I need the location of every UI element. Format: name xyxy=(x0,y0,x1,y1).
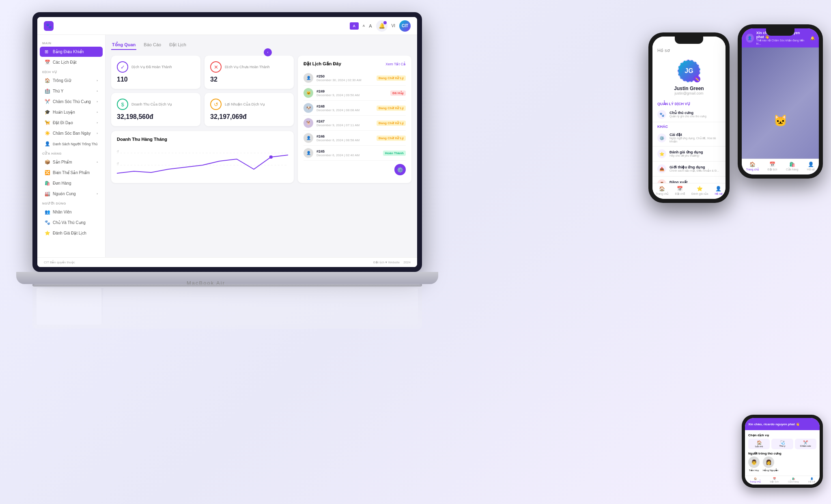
sidebar-item-dashboard[interactable]: ⊞ Bảng Điều Khiển xyxy=(40,47,103,57)
sidebar-item-staff-label: Nhân Viên xyxy=(53,210,72,214)
phone-right-frame: 👤 Xin chào, ricardo nguyen phat 👋 Thế nà… xyxy=(738,24,823,179)
sidebar-item-products-label: Sản Phẩm xyxy=(53,160,72,164)
sidebar-item-daycare[interactable]: ☀️ Chăm Sóc Ban Ngày › xyxy=(40,128,103,138)
booking-info-250: #250 December 30, 2024 | 02:30 AM xyxy=(316,74,373,82)
settings-icon: ⚙️ xyxy=(657,134,666,142)
booking-nav-icon: 📅 xyxy=(677,186,683,192)
stats-and-chart: ✓ Dịch Vụ Đã Hoàn Thành 110 ✕ Dị xyxy=(111,56,294,183)
notification-bell-right[interactable]: 🔔 xyxy=(810,36,815,40)
booking-item-248[interactable]: 🐶 #248 December 9, 2024 | 08:08 AM Đang … xyxy=(304,101,406,116)
phone-nav-rating[interactable]: ⭐ Đánh giá của xyxy=(691,186,708,196)
booking-right-nav-label: Đặt lịch xyxy=(768,168,777,171)
third-service-2[interactable]: 🩺Thú y xyxy=(771,439,793,449)
third-nav-booking[interactable]: 📅Đặt lịch xyxy=(770,477,779,483)
pet-owner-sub: Quản lý ghi chú cho thú cưng xyxy=(670,115,721,118)
third-service-3[interactable]: ✂️Chăm sóc xyxy=(795,439,816,449)
sidebar-item-walking[interactable]: 🦮 Đặt Đi Dạo › xyxy=(40,118,103,128)
svg-point-4 xyxy=(269,155,273,159)
sidebar-item-orders[interactable]: 🛍️ Đơn Hàng xyxy=(40,178,103,188)
booking-avatar-250: 👤 xyxy=(304,73,313,83)
sidebar-item-variants[interactable]: 🔀 Biến Thể Sản Phẩm xyxy=(40,168,103,178)
booking-date-247: December 9, 2024 | 07:11 AM xyxy=(316,123,373,127)
revenue-value: 32,198,560đ xyxy=(117,113,195,121)
settings-menu-item[interactable]: ⚙️ Cài đặt Ngôn ngữ ứng dụng, Chủ đề, Xó… xyxy=(652,130,726,146)
phone-right-nav-home[interactable]: 🏠 Trang chủ xyxy=(746,162,759,171)
phone-right-nav-booking[interactable]: 📅 Đặt lịch xyxy=(768,162,777,171)
tabs-row: Tổng Quan Báo Cáo Đặt Lịch xyxy=(111,41,411,50)
tab-overview[interactable]: Tổng Quan xyxy=(111,41,136,50)
sidebar-item-boarding[interactable]: 🏠 Trông Giữ › xyxy=(40,75,103,86)
phone-left-bottom-nav: 🏠 Trang chủ 📅 Đặt chỗ ⭐ Đánh giá của 👤 H… xyxy=(652,183,726,199)
font-size-active-button[interactable]: A xyxy=(350,22,359,30)
language-selector[interactable]: VI xyxy=(392,24,395,28)
appointments-icon: 📅 xyxy=(45,60,50,65)
booking-status-249: Đã Hủy xyxy=(390,90,406,96)
sidebar-item-owners[interactable]: 🐾 Chủ Và Thú Cưng xyxy=(40,218,103,228)
chevron-right-icon: › xyxy=(97,192,98,196)
home-right-nav-icon: 🏠 xyxy=(749,162,756,167)
profile-avatar-container: JG ✏️ xyxy=(657,60,721,82)
profit-icon-circle: ↺ xyxy=(210,99,222,110)
booking-nav-label: Đặt chỗ xyxy=(675,192,685,196)
phone-right-nav-shop[interactable]: 🛍️ Cửa hàng xyxy=(786,162,798,171)
sidebar-item-grooming[interactable]: ✂️ Chăm Sóc Thú Cưng › xyxy=(40,97,103,107)
booking-right-nav-icon: 📅 xyxy=(769,162,775,167)
orders-icon: 🛍️ xyxy=(45,181,50,186)
view-all-bookings-link[interactable]: Xem Tất Cả xyxy=(385,62,406,66)
logo-icon: 🐾 xyxy=(44,21,54,31)
sidebar-item-training[interactable]: 🎓 Huấn Luyện › xyxy=(40,107,103,117)
third-service-1[interactable]: 🏠Lưu trú xyxy=(748,439,770,449)
sidebar-item-appointments[interactable]: 📅 Các Lịch Đặt xyxy=(40,57,103,67)
third-nav-shop[interactable]: 🛍️Cửa hàng xyxy=(788,477,799,483)
notification-bell[interactable]: 🔔 xyxy=(376,20,388,32)
booking-avatar-246: 👤 xyxy=(304,133,313,143)
sidebar-item-reviews[interactable]: ⭐ Đánh Giá Đặt Lịch xyxy=(40,228,103,238)
rating-menu-item[interactable]: ⭐ Đánh giá ứng dụng Hãy cho sẽ yêu thươn… xyxy=(652,146,726,162)
third-sitters-label: Người trông thú cưng xyxy=(748,452,816,455)
booking-avatar-247: 🐕 xyxy=(304,118,313,128)
greeting-sub: Thế nào rồi Chăm Sóc khấe đang tiến tri.… xyxy=(756,39,808,45)
rating-sub: Hãy cho sẽ yêu thương! xyxy=(670,154,721,157)
sidebar-item-staff[interactable]: 👥 Nhân Viên xyxy=(40,207,103,217)
sidebar-item-sitter-list-label: Danh Sách Người Trông Thú xyxy=(53,142,97,146)
phones-container: Hồ sơ JG ✏️ Justin Green justin@gmail.co… xyxy=(648,24,823,203)
font-size-small-button[interactable]: A xyxy=(363,24,365,28)
rating-title: Đánh giá ứng dụng xyxy=(670,150,721,154)
phone-nav-profile[interactable]: 👤 Hồ sơ xyxy=(715,186,722,196)
third-sitter-1: 👨 Trần Huy xyxy=(748,457,760,472)
sidebar-item-vet[interactable]: 🏥 Thú Y › xyxy=(40,86,103,96)
sidebar-item-products[interactable]: 📦 Sản Phẩm › xyxy=(40,157,103,167)
header-right-group: A A A 🔔 VI CIT xyxy=(350,20,411,32)
rating-nav-label: Đánh giá của xyxy=(691,192,708,196)
sidebar-item-owners-label: Chủ Và Thú Cưng xyxy=(53,220,86,225)
booking-status-247: Đang Chờ Xử Lý xyxy=(377,121,406,126)
user-avatar[interactable]: CIT xyxy=(399,20,411,32)
booking-item-249[interactable]: 🐱 #249 December 9, 2024 | 09:50 AM Đã Hủ… xyxy=(304,86,406,101)
sidebar-collapse-button[interactable]: ‹ xyxy=(264,48,272,56)
third-nav-home[interactable]: 🏠Trang chủ xyxy=(749,477,760,483)
phone-nav-booking[interactable]: 📅 Đặt chỗ xyxy=(675,186,685,196)
booking-item-250[interactable]: 👤 #250 December 30, 2024 | 02:30 AM Đang… xyxy=(304,71,406,86)
third-nav-profile[interactable]: 👤Hồ sơ xyxy=(808,477,815,483)
profile-edit-button[interactable]: ✏️ xyxy=(694,76,700,82)
booking-item-245[interactable]: 👤 #245 December 6, 2024 | 02:40 AM Hoàn … xyxy=(304,146,406,161)
tab-calendar[interactable]: Đặt Lịch xyxy=(168,41,187,50)
incomplete-icon-circle: ✕ xyxy=(210,61,222,73)
tab-reports[interactable]: Báo Cáo xyxy=(143,41,162,50)
font-size-large-button[interactable]: A xyxy=(369,24,372,28)
phone-right-nav-profile[interactable]: 👤 Hồ sơ xyxy=(807,162,815,171)
sidebar-item-sitter-list[interactable]: 👤 Danh Sách Người Trông Thú xyxy=(40,139,103,149)
booking-item-247[interactable]: 🐕 #247 December 9, 2024 | 07:11 AM Đang … xyxy=(304,116,406,131)
variants-icon: 🔀 xyxy=(45,170,50,175)
stat-header-completed: ✓ Dịch Vụ Đã Hoàn Thành xyxy=(117,61,195,73)
add-booking-fab[interactable]: ⚙️ xyxy=(394,164,406,175)
stat-card-revenue: $ Doanh Thu Của Dịch Vụ 32,198,560đ xyxy=(111,93,200,126)
phone-left-notch xyxy=(675,37,703,44)
pet-owner-menu-item[interactable]: 🐾 Chủ thú cưng Quản lý ghi chú cho thú c… xyxy=(652,107,726,122)
referral-menu-item[interactable]: 📤 Giới thiệu ứng dụng Chính sách bảo mật… xyxy=(652,162,726,177)
sidebar-item-suppliers[interactable]: 🏭 Nguồn Cung › xyxy=(40,189,103,199)
phone-right-notch xyxy=(766,28,794,36)
phone-nav-home[interactable]: 🏠 Trang chủ xyxy=(656,186,668,196)
booking-item-246[interactable]: 👤 #246 December 6, 2024 | 08:58 AM Đang … xyxy=(304,131,406,146)
pet-owner-text: Chủ thú cưng Quản lý ghi chú cho thú cưn… xyxy=(670,111,721,118)
